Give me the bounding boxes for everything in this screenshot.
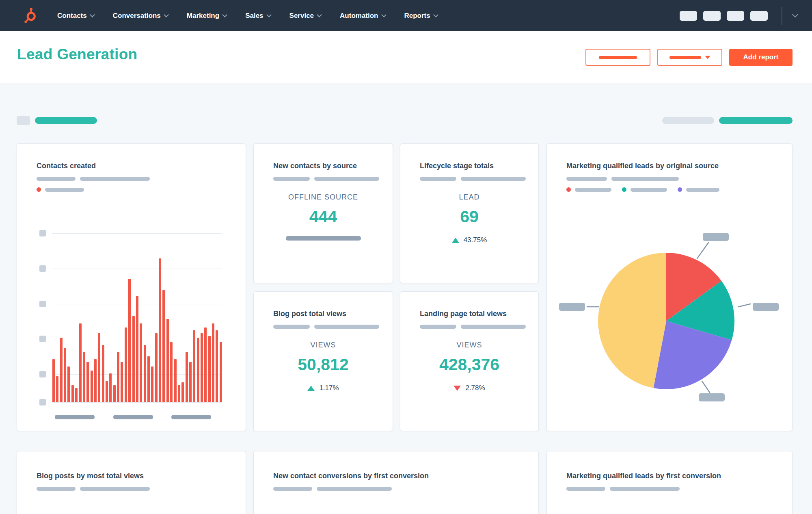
bar xyxy=(144,345,146,402)
nav-item-reports[interactable]: Reports xyxy=(395,0,447,31)
bar xyxy=(220,342,222,403)
card-blog-post-total-views: Blog post total views VIEWS 50,812 1.17% xyxy=(253,291,393,431)
account-menu-chevron-icon[interactable] xyxy=(792,11,799,18)
chevron-down-icon xyxy=(433,12,438,17)
nav-item-service[interactable]: Service xyxy=(280,0,331,31)
dropdown-triangle-icon xyxy=(705,56,710,59)
bar xyxy=(155,333,158,402)
bar xyxy=(181,382,184,403)
bar xyxy=(136,296,138,402)
nav-item-marketing[interactable]: Marketing xyxy=(177,0,236,31)
bar xyxy=(60,338,63,402)
nav-item-conversations[interactable]: Conversations xyxy=(104,0,177,31)
bar xyxy=(64,348,66,402)
topbar-utilities xyxy=(674,7,797,25)
nav-item-label: Reports xyxy=(404,12,430,20)
chart-legend xyxy=(566,187,792,192)
nav-item-sales[interactable]: Sales xyxy=(236,0,280,31)
toolbar-icon-placeholder[interactable] xyxy=(750,11,768,21)
redacted-subtitle-row xyxy=(273,487,538,491)
card-title: New contacts by source xyxy=(273,162,393,170)
page-title: Lead Generation xyxy=(17,46,137,63)
bar xyxy=(170,342,173,403)
bar xyxy=(91,371,93,402)
card-blog-posts-by-most-total-views: Blog posts by most total views xyxy=(17,451,246,514)
nav-item-label: Marketing xyxy=(187,12,219,20)
y-axis-label-placeholder xyxy=(39,371,46,377)
bar xyxy=(79,323,82,402)
hubspot-logo[interactable] xyxy=(18,4,41,27)
redacted-subtitle-row xyxy=(273,325,393,329)
legend-dot-icon xyxy=(678,187,682,192)
bar xyxy=(128,279,131,402)
nav-item-contacts[interactable]: Contacts xyxy=(48,0,104,31)
card-mql-by-first-conversion: Marketing qualified leads by first conve… xyxy=(546,451,793,514)
chevron-down-icon xyxy=(317,12,322,17)
bar xyxy=(162,290,165,402)
bar xyxy=(204,327,207,402)
metric-delta: 43.75% xyxy=(400,236,538,244)
card-title: Contacts created xyxy=(37,162,246,170)
pie-callout-label-placeholder xyxy=(703,233,729,241)
card-landing-page-total-views: Landing page total views VIEWS 428,376 2… xyxy=(400,291,539,431)
toolbar-icon-placeholder[interactable] xyxy=(727,11,744,21)
toolbar-icon-placeholder[interactable] xyxy=(703,11,721,21)
triangle-up-icon xyxy=(307,386,315,391)
bar xyxy=(208,336,211,402)
redacted-legend-label xyxy=(686,188,719,192)
metric-value: 428,376 xyxy=(400,355,538,374)
card-new-contact-conversions: New contact conversions by first convers… xyxy=(253,451,539,514)
metric-label: VIEWS xyxy=(254,341,393,349)
page-header: Lead Generation Add report xyxy=(0,31,812,83)
bar xyxy=(102,345,104,402)
dashboard-filter-row xyxy=(17,116,793,125)
y-axis-label-placeholder xyxy=(39,230,46,236)
filter-link-redacted[interactable] xyxy=(35,117,97,124)
y-axis-label-placeholder xyxy=(39,336,46,342)
metric-value: 50,812 xyxy=(254,355,393,374)
card-mql-by-original-source: Marketing qualified leads by original so… xyxy=(546,143,793,431)
filter-link-redacted[interactable] xyxy=(719,117,793,124)
card-title: Marketing qualified leads by original so… xyxy=(566,162,792,170)
x-axis-label-placeholder xyxy=(113,415,153,419)
chevron-down-icon xyxy=(164,12,169,17)
bar xyxy=(201,333,203,402)
card-title: Blog post total views xyxy=(273,310,393,318)
bar xyxy=(98,333,100,402)
delta-value: 1.17% xyxy=(319,384,339,392)
add-report-button[interactable]: Add report xyxy=(729,49,793,66)
card-contacts-created: Contacts created xyxy=(17,143,246,431)
delta-value: 43.75% xyxy=(464,236,487,244)
bar xyxy=(186,352,188,402)
redacted-button-label xyxy=(669,56,701,59)
redacted-button-label xyxy=(599,56,637,59)
card-title: Landing page total views xyxy=(420,310,538,318)
bar xyxy=(197,338,199,402)
bar xyxy=(178,385,180,402)
redacted-legend-label xyxy=(575,188,611,192)
pie-callout-label-placeholder xyxy=(559,303,585,311)
x-axis-label-placeholder xyxy=(171,415,211,419)
legend-dot-icon xyxy=(566,187,571,192)
top-navigation-bar: Contacts Conversations Marketing Sales S… xyxy=(0,0,812,31)
bar xyxy=(125,327,127,402)
dashboard-dropdown-button-redacted[interactable] xyxy=(657,49,722,66)
delta-value: 2.78% xyxy=(465,384,485,392)
bar xyxy=(94,359,97,402)
redacted-subtitle-row xyxy=(37,177,246,181)
pie-slice xyxy=(598,253,666,388)
chevron-down-icon xyxy=(90,12,95,17)
filter-icon-placeholder xyxy=(17,116,30,125)
card-lifecycle-stage-totals: Lifecycle stage totals LEAD 69 43.75% xyxy=(400,143,539,283)
chevron-down-icon xyxy=(381,12,387,17)
toolbar-icon-placeholder[interactable] xyxy=(680,11,697,21)
card-title: Blog posts by most total views xyxy=(37,472,246,480)
nav-item-label: Conversations xyxy=(113,12,161,20)
triangle-up-icon xyxy=(452,238,459,243)
redacted-subtitle-row xyxy=(420,177,538,181)
y-axis-label-placeholder xyxy=(39,399,46,406)
pie-callout-label-placeholder xyxy=(699,393,725,401)
nav-item-label: Service xyxy=(289,12,314,20)
nav-item-automation[interactable]: Automation xyxy=(330,0,395,31)
dashboard-action-button-redacted[interactable] xyxy=(585,49,650,66)
